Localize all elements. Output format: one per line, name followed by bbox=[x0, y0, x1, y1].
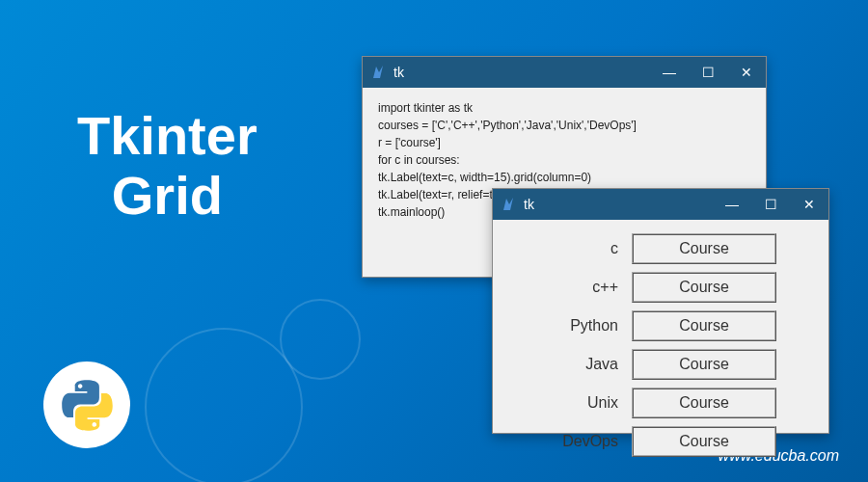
label-col0: Java bbox=[512, 353, 618, 376]
titlebar: tk — ☐ ✕ bbox=[493, 189, 828, 220]
label-col0: DevOps bbox=[512, 430, 618, 453]
gear-decoration bbox=[280, 299, 357, 376]
table-row: Unix Course bbox=[512, 388, 809, 418]
code-line: for c in courses: bbox=[378, 151, 750, 169]
label-col1: Course bbox=[632, 272, 776, 303]
label-col1: Course bbox=[632, 310, 776, 341]
code-line: courses = ['C','C++','Python','Java','Un… bbox=[378, 117, 750, 134]
label-col1: Course bbox=[632, 426, 776, 457]
minimize-button[interactable]: — bbox=[650, 57, 689, 88]
window-controls: — ☐ ✕ bbox=[650, 57, 766, 88]
page-title: Tkinter Grid bbox=[77, 106, 258, 225]
window-controls: — ☐ ✕ bbox=[713, 189, 828, 220]
output-window: tk — ☐ ✕ c Course c++ Course Python Cour… bbox=[492, 188, 829, 434]
label-col1: Course bbox=[632, 233, 776, 264]
label-col1: Course bbox=[632, 388, 776, 418]
tk-feather-icon bbox=[370, 65, 386, 80]
code-line: r = ['course'] bbox=[378, 134, 750, 151]
python-logo-badge bbox=[43, 362, 130, 448]
window-title: tk bbox=[524, 197, 713, 212]
close-button[interactable]: ✕ bbox=[727, 57, 766, 88]
window-title: tk bbox=[393, 65, 650, 80]
code-line: tk.Label(text=c, width=15).grid(column=0… bbox=[378, 169, 750, 186]
table-row: c++ Course bbox=[512, 272, 809, 303]
gear-decoration bbox=[145, 328, 299, 482]
title-line1: Tkinter bbox=[77, 105, 258, 166]
titlebar: tk — ☐ ✕ bbox=[363, 57, 766, 88]
tk-feather-icon bbox=[501, 197, 516, 212]
python-logo-icon bbox=[61, 379, 114, 432]
table-row: Java Course bbox=[512, 349, 809, 380]
label-col0: Unix bbox=[512, 391, 618, 415]
close-button[interactable]: ✕ bbox=[790, 189, 828, 220]
table-row: c Course bbox=[512, 233, 809, 264]
label-col1: Course bbox=[632, 349, 776, 380]
code-line: import tkinter as tk bbox=[378, 99, 750, 117]
minimize-button[interactable]: — bbox=[713, 189, 751, 220]
table-row: DevOps Course bbox=[512, 426, 809, 457]
label-col0: c bbox=[512, 237, 618, 260]
label-col0: Python bbox=[512, 314, 618, 337]
table-row: Python Course bbox=[512, 310, 809, 341]
maximize-button[interactable]: ☐ bbox=[751, 189, 790, 220]
label-col0: c++ bbox=[512, 276, 618, 299]
title-line2: Grid bbox=[112, 165, 223, 226]
grid-output: c Course c++ Course Python Course Java C… bbox=[493, 220, 828, 478]
maximize-button[interactable]: ☐ bbox=[689, 57, 727, 88]
